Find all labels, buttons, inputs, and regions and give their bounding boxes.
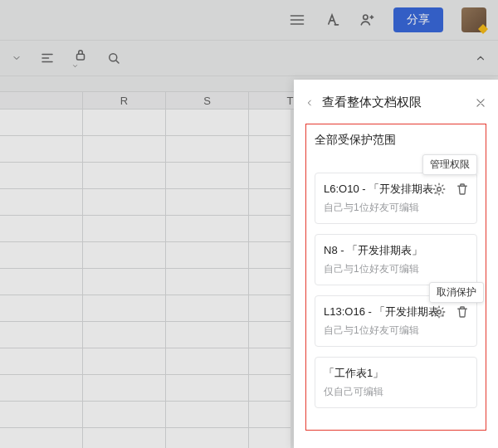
section-title: 全部受保护范围 (315, 133, 477, 148)
svg-point-3 (437, 187, 442, 192)
panel-header: 查看整体文档权限 (305, 95, 486, 110)
protection-item[interactable]: N8 - 「开发排期表」自己与1位好友可编辑 (315, 234, 477, 285)
trash-icon[interactable] (455, 304, 470, 319)
protection-item-sub: 仅自己可编辑 (324, 385, 468, 399)
protection-item[interactable]: 「工作表1」仅自己可编辑 (315, 357, 477, 408)
back-icon[interactable] (305, 97, 314, 109)
protection-item-sub: 自己与1位好友可编辑 (324, 324, 468, 338)
highlight-box: 全部受保护范围 管理权限 取消保护 L6:O10 - 「开发排期表」自己与1位好… (305, 124, 486, 431)
protection-panel: 查看整体文档权限 全部受保护范围 管理权限 取消保护 L6:O10 - 「开发排… (294, 80, 498, 448)
protection-item[interactable]: L6:O10 - 「开发排期表」自己与1位好友可编辑 (315, 173, 477, 224)
protection-item[interactable]: L13:O16 - 「开发排期表」自己与1位好友可编辑 (315, 295, 477, 347)
protection-item-sub: 自己与1位好友可编辑 (324, 262, 468, 276)
gear-icon[interactable] (432, 304, 447, 319)
protection-item-name: N8 - 「开发排期表」 (324, 243, 468, 258)
trash-icon[interactable] (455, 182, 470, 197)
close-icon[interactable] (475, 97, 486, 109)
panel-title: 查看整体文档权限 (322, 95, 466, 110)
svg-point-4 (437, 310, 442, 314)
protection-item-sub: 自己与1位好友可编辑 (324, 201, 468, 215)
gear-icon[interactable] (432, 182, 447, 197)
tooltip-manage: 管理权限 (422, 154, 477, 175)
tooltip-cancel: 取消保护 (429, 282, 484, 303)
protection-item-name: 「工作表1」 (324, 366, 468, 381)
